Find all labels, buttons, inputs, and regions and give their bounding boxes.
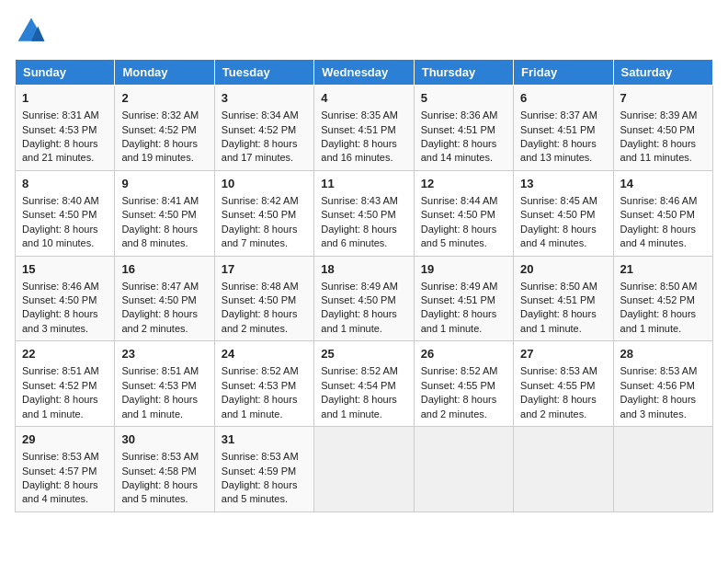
day-cell: 17Sunrise: 8:48 AMSunset: 4:50 PMDayligh… [214,256,313,341]
day-cell: 31Sunrise: 8:53 AMSunset: 4:59 PMDayligh… [214,427,313,512]
day-cell: 23Sunrise: 8:51 AMSunset: 4:53 PMDayligh… [115,341,214,427]
week-row-4: 22Sunrise: 8:51 AMSunset: 4:52 PMDayligh… [16,341,713,427]
day-info: Sunrise: 8:41 AM [121,194,207,208]
calendar-table: SundayMondayTuesdayWednesdayThursdayFrid… [15,59,713,512]
day-cell: 14Sunrise: 8:46 AMSunset: 4:50 PMDayligh… [613,170,712,256]
day-info: Sunrise: 8:49 AM [321,280,406,293]
day-info: Daylight: 8 hours and 21 minutes. [22,137,108,166]
day-info: Sunrise: 8:46 AM [22,280,108,293]
day-number: 31 [222,431,307,448]
day-cell: 13Sunrise: 8:45 AMSunset: 4:50 PMDayligh… [514,170,613,256]
day-info: Sunset: 4:50 PM [222,208,307,222]
day-number: 15 [22,261,108,278]
day-number: 25 [321,346,406,362]
day-number: 28 [620,346,706,362]
day-info: Sunrise: 8:47 AM [121,280,207,293]
day-info: Daylight: 8 hours and 2 minutes. [520,393,606,421]
day-number: 2 [121,90,207,107]
day-number: 22 [22,346,108,362]
day-cell: 6Sunrise: 8:37 AMSunset: 4:51 PMDaylight… [514,86,613,171]
day-info: Sunrise: 8:51 AM [121,364,207,378]
weekday-thursday: Thursday [414,60,513,86]
page-header [15,15,713,48]
day-info: Daylight: 8 hours and 1 minute. [321,307,406,336]
day-cell: 8Sunrise: 8:40 AMSunset: 4:50 PMDaylight… [16,170,115,256]
day-info: Daylight: 8 hours and 19 minutes. [121,137,207,166]
day-info: Daylight: 8 hours and 1 minute. [520,307,606,336]
day-info: Sunrise: 8:52 AM [421,364,506,378]
day-cell: 15Sunrise: 8:46 AMSunset: 4:50 PMDayligh… [16,256,115,341]
day-info: Sunrise: 8:49 AM [421,280,506,293]
day-info: Sunset: 4:53 PM [121,379,207,393]
day-cell [613,427,712,512]
day-number: 27 [520,346,606,362]
day-info: Daylight: 8 hours and 5 minutes. [222,478,307,507]
day-number: 26 [421,346,506,362]
day-info: Sunset: 4:50 PM [620,208,706,222]
day-cell [514,427,613,512]
day-info: Daylight: 8 hours and 13 minutes. [520,137,606,166]
day-info: Daylight: 8 hours and 16 minutes. [321,137,406,166]
day-number: 11 [321,176,406,192]
weekday-saturday: Saturday [613,60,712,86]
day-info: Sunrise: 8:45 AM [520,194,606,208]
day-cell: 1Sunrise: 8:31 AMSunset: 4:53 PMDaylight… [16,86,115,171]
day-info: Sunset: 4:59 PM [222,465,307,478]
day-info: Sunrise: 8:51 AM [22,364,108,378]
day-number: 16 [121,261,207,278]
day-cell: 19Sunrise: 8:49 AMSunset: 4:51 PMDayligh… [414,256,513,341]
day-info: Daylight: 8 hours and 2 minutes. [222,307,307,336]
day-info: Daylight: 8 hours and 14 minutes. [421,137,506,166]
day-info: Sunrise: 8:37 AM [520,109,606,122]
day-number: 17 [222,261,307,278]
day-info: Sunset: 4:55 PM [421,379,506,393]
day-info: Sunrise: 8:44 AM [421,194,506,208]
day-number: 18 [321,261,406,278]
day-cell: 29Sunrise: 8:53 AMSunset: 4:57 PMDayligh… [16,427,115,512]
day-info: Daylight: 8 hours and 1 minute. [222,393,307,421]
week-row-1: 1Sunrise: 8:31 AMSunset: 4:53 PMDaylight… [16,86,713,171]
day-info: Sunrise: 8:36 AM [421,109,506,122]
day-number: 4 [321,90,406,107]
day-info: Sunset: 4:53 PM [222,379,307,393]
day-info: Daylight: 8 hours and 1 minute. [620,307,706,336]
day-info: Daylight: 8 hours and 3 minutes. [620,393,706,421]
day-cell: 28Sunrise: 8:53 AMSunset: 4:56 PMDayligh… [613,341,712,427]
weekday-tuesday: Tuesday [214,60,313,86]
day-info: Sunset: 4:50 PM [321,293,406,307]
day-number: 24 [222,346,307,362]
day-cell: 20Sunrise: 8:50 AMSunset: 4:51 PMDayligh… [514,256,613,341]
day-info: Sunset: 4:50 PM [222,293,307,307]
day-cell: 4Sunrise: 8:35 AMSunset: 4:51 PMDaylight… [314,86,414,171]
day-number: 9 [121,176,207,192]
day-info: Daylight: 8 hours and 5 minutes. [121,478,207,507]
day-cell: 24Sunrise: 8:52 AMSunset: 4:53 PMDayligh… [214,341,313,427]
day-info: Sunrise: 8:52 AM [321,364,406,378]
day-cell: 2Sunrise: 8:32 AMSunset: 4:52 PMDaylight… [115,86,214,171]
day-info: Sunrise: 8:50 AM [520,280,606,293]
day-cell: 12Sunrise: 8:44 AMSunset: 4:50 PMDayligh… [414,170,513,256]
day-cell: 16Sunrise: 8:47 AMSunset: 4:50 PMDayligh… [115,256,214,341]
day-info: Sunrise: 8:34 AM [222,109,307,122]
day-info: Sunrise: 8:39 AM [620,109,706,122]
day-info: Sunrise: 8:40 AM [22,194,108,208]
day-info: Sunrise: 8:31 AM [22,109,108,122]
day-info: Sunset: 4:50 PM [22,208,108,222]
week-row-2: 8Sunrise: 8:40 AMSunset: 4:50 PMDaylight… [16,170,713,256]
weekday-friday: Friday [514,60,613,86]
day-info: Daylight: 8 hours and 4 minutes. [22,478,108,507]
day-number: 12 [421,176,506,192]
day-cell [314,427,414,512]
day-info: Sunrise: 8:53 AM [22,450,108,464]
day-number: 1 [22,90,108,107]
week-row-3: 15Sunrise: 8:46 AMSunset: 4:50 PMDayligh… [16,256,713,341]
day-info: Sunrise: 8:46 AM [620,194,706,208]
day-info: Sunset: 4:55 PM [520,379,606,393]
day-info: Sunrise: 8:35 AM [321,109,406,122]
day-number: 7 [620,90,706,107]
day-number: 13 [520,176,606,192]
day-cell: 25Sunrise: 8:52 AMSunset: 4:54 PMDayligh… [314,341,414,427]
day-number: 6 [520,90,606,107]
day-cell [414,427,513,512]
day-info: Sunrise: 8:53 AM [620,364,706,378]
